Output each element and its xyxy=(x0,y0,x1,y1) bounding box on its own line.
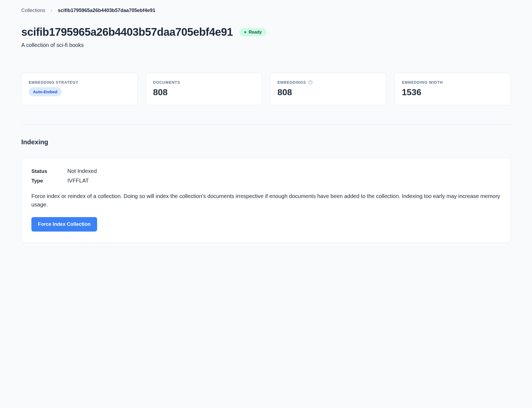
status-dot-icon xyxy=(244,31,246,33)
status-badge-label: Ready xyxy=(249,30,262,35)
status-badge: Ready xyxy=(239,28,267,36)
page-subtitle: A collection of sci-fi books xyxy=(21,42,511,48)
stat-label-width: EMBEDDING WIDTH xyxy=(402,80,503,85)
breadcrumb-root-link[interactable]: Collections xyxy=(21,8,45,13)
title-row: scifib1795965a26b4403b57daa705ebf4e91 Re… xyxy=(21,26,511,38)
indexing-type-row: Type IVFFLAT xyxy=(31,178,501,184)
stat-value-width: 1536 xyxy=(402,87,503,97)
strategy-chip: Auto-Embed xyxy=(29,87,62,96)
breadcrumb-current: scifib1795965a26b4403b57daa705ebf4e91 xyxy=(58,8,155,13)
indexing-status-row: Status Not Indexed xyxy=(31,168,501,174)
chevron-right-icon xyxy=(50,9,53,12)
stat-card-width: EMBEDDING WIDTH 1536 xyxy=(394,73,511,105)
indexing-type-key: Type xyxy=(31,178,67,184)
indexing-status-key: Status xyxy=(31,168,67,174)
indexing-status-value: Not Indexed xyxy=(67,168,97,174)
page-title: scifib1795965a26b4403b57daa705ebf4e91 xyxy=(21,26,233,38)
svg-point-1 xyxy=(310,83,310,83)
breadcrumb: Collections scifib1795965a26b4403b57daa7… xyxy=(21,8,511,13)
divider xyxy=(21,124,511,125)
stat-value-documents: 808 xyxy=(153,87,255,97)
stat-value-embeddings: 808 xyxy=(277,87,379,97)
stat-label-embeddings-text: EMBEDDINGS xyxy=(277,80,306,85)
force-index-button[interactable]: Force Index Collection xyxy=(31,217,97,232)
indexing-type-value: IVFFLAT xyxy=(67,178,89,184)
stat-label-strategy: EMBEDDING STRATEGY xyxy=(29,80,130,85)
indexing-title: Indexing xyxy=(21,138,511,146)
indexing-description: Force index or reindex of a collection. … xyxy=(31,192,501,209)
stats-row: EMBEDDING STRATEGY Auto-Embed DOCUMENTS … xyxy=(21,73,511,105)
help-icon[interactable] xyxy=(308,80,313,85)
stat-label-embeddings: EMBEDDINGS xyxy=(277,80,379,85)
indexing-panel: Status Not Indexed Type IVFFLAT Force in… xyxy=(21,158,511,243)
stat-card-documents: DOCUMENTS 808 xyxy=(146,73,262,105)
stat-card-embeddings: EMBEDDINGS 808 xyxy=(270,73,386,105)
stat-label-documents: DOCUMENTS xyxy=(153,80,255,85)
stat-card-strategy: EMBEDDING STRATEGY Auto-Embed xyxy=(21,73,138,105)
